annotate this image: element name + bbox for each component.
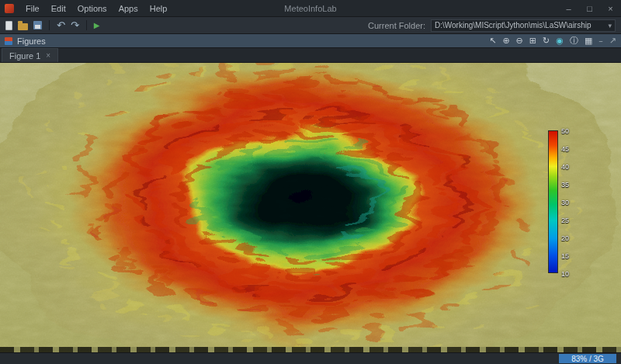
- menu-options[interactable]: Options: [72, 2, 113, 16]
- tab-close-icon[interactable]: ×: [46, 51, 50, 60]
- colorbar-tick: 35: [561, 181, 569, 189]
- title-bar: File Edit Options Apps Help MeteoInfoLab…: [0, 0, 621, 17]
- memory-indicator[interactable]: 83% / 3G: [559, 354, 616, 363]
- colorbar-tick: 30: [561, 199, 569, 206]
- colorbar-tick: 20: [561, 234, 569, 242]
- current-folder-combobox[interactable]: D:\Working\MIScript\Jython\mis\LaSW\airs…: [431, 19, 616, 32]
- meteoinfolab-window: File Edit Options Apps Help MeteoInfoLab…: [0, 0, 621, 364]
- hurricane-visualization: [0, 63, 621, 352]
- identify-icon[interactable]: ⓘ: [570, 35, 578, 47]
- colorbar-tick: 15: [561, 252, 569, 260]
- menu-edit[interactable]: Edit: [46, 2, 71, 16]
- run-script-icon[interactable]: ▶: [94, 20, 100, 31]
- figure-tab-bar: Figure 1 ×: [0, 48, 621, 63]
- colorbar-tick: 50: [561, 127, 569, 135]
- menu-bar: File Edit Options Apps Help: [20, 2, 172, 16]
- colorbar: 50 45 40 35 30 25 20 15 10: [548, 130, 581, 273]
- figure-toolbar: ↖ ⊕ ⊖ ⊞ ↻ ◉ ⓘ ▦ – ↗: [489, 35, 616, 47]
- undo-icon[interactable]: ↶: [57, 20, 65, 31]
- toolbar-separator: [86, 20, 87, 30]
- chevron-down-icon[interactable]: ▾: [608, 22, 612, 29]
- maximize-button[interactable]: □: [579, 0, 600, 17]
- status-bar: 83% / 3G: [0, 352, 621, 364]
- select-tool-icon[interactable]: ↖: [489, 35, 496, 47]
- toolbar-separator: [49, 20, 50, 30]
- figures-panel-icon: [5, 37, 12, 45]
- app-logo-icon: [5, 4, 14, 13]
- figure-bottom-texture: [0, 347, 621, 352]
- menu-help[interactable]: Help: [144, 2, 173, 16]
- current-folder-group: Current Folder: D:\Working\MIScript\Jyth…: [368, 19, 616, 32]
- main-toolbar: ↶ ↷ ▶ Current Folder: D:\Working\MIScrip…: [0, 17, 621, 34]
- panel-minimize-icon[interactable]: –: [598, 36, 603, 46]
- new-script-icon[interactable]: [5, 21, 12, 30]
- figure-canvas[interactable]: 50 45 40 35 30 25 20 15 10: [0, 63, 621, 352]
- grid-icon[interactable]: ▦: [585, 35, 592, 47]
- open-folder-icon[interactable]: [18, 23, 28, 30]
- menu-apps[interactable]: Apps: [113, 2, 144, 16]
- current-folder-label: Current Folder:: [368, 21, 425, 30]
- current-folder-path[interactable]: D:\Working\MIScript\Jython\mis\LaSW\airs…: [435, 21, 608, 29]
- colorbar-gradient: [548, 130, 558, 273]
- tab-figure-1[interactable]: Figure 1 ×: [2, 48, 58, 62]
- zoom-out-icon[interactable]: ⊖: [516, 35, 523, 47]
- window-controls: – □ ×: [558, 0, 621, 17]
- colorbar-tick: 40: [561, 163, 569, 171]
- close-button[interactable]: ×: [600, 0, 621, 17]
- colorbar-tick: 10: [561, 270, 569, 278]
- save-icon[interactable]: [33, 21, 42, 29]
- figures-panel-header: Figures ↖ ⊕ ⊖ ⊞ ↻ ◉ ⓘ ▦ – ↗: [0, 34, 621, 48]
- colorbar-tick: 25: [561, 217, 569, 224]
- full-extent-icon[interactable]: ◉: [556, 35, 564, 47]
- minimize-button[interactable]: –: [558, 0, 579, 17]
- tab-label: Figure 1: [9, 51, 40, 61]
- menu-file[interactable]: File: [20, 2, 45, 16]
- zoom-in-icon[interactable]: ⊕: [502, 35, 509, 47]
- colorbar-tick: 45: [561, 145, 569, 153]
- redo-icon[interactable]: ↷: [71, 20, 79, 31]
- rotate-tool-icon[interactable]: ↻: [543, 35, 550, 47]
- figures-panel-title: Figures: [17, 36, 46, 46]
- pan-tool-icon[interactable]: ⊞: [529, 35, 536, 47]
- panel-float-icon[interactable]: ↗: [609, 36, 616, 46]
